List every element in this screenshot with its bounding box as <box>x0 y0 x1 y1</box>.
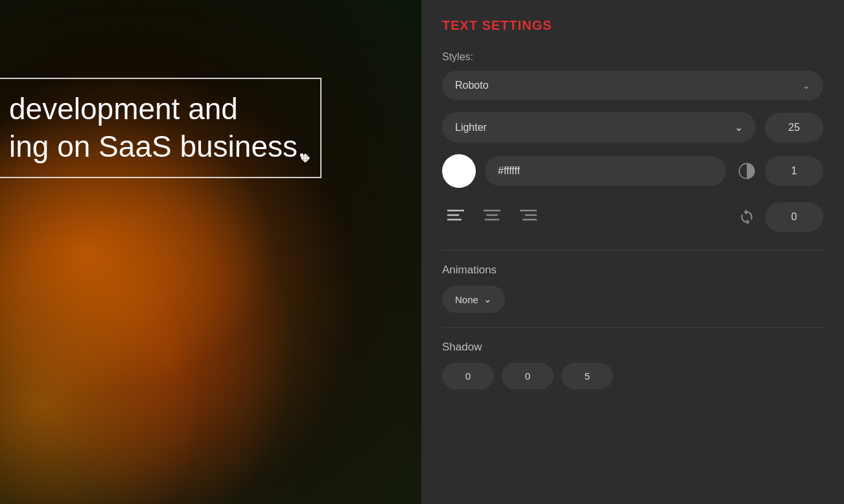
rotation-input[interactable]: 0 <box>765 202 823 232</box>
shadow-input-1[interactable]: 0 <box>442 363 494 389</box>
animation-value: None <box>455 294 478 305</box>
shadow-val3: 5 <box>585 371 590 382</box>
color-hex-input[interactable]: #ffffff <box>485 156 726 186</box>
align-center-button[interactable] <box>478 203 506 231</box>
animations-label: Animations <box>442 264 823 277</box>
color-row: #ffffff 1 <box>442 154 823 188</box>
align-left-button[interactable] <box>442 203 469 231</box>
shadow-input-2[interactable]: 0 <box>502 363 554 389</box>
shadow-row: 0 0 5 <box>442 363 823 389</box>
rotation-section: 0 <box>735 202 823 232</box>
canvas-text: development and ing on SaaS business. <box>9 91 306 165</box>
font-size-input[interactable]: 25 <box>765 113 823 143</box>
font-dropdown-chevron: ⌄ <box>803 80 810 91</box>
shadow-label: Shadow <box>442 341 823 354</box>
font-size-value: 25 <box>788 122 800 133</box>
weight-size-row: Lighter ⌄ 25 <box>442 112 823 143</box>
font-dropdown-value: Roboto <box>455 80 489 91</box>
color-hex-value: #ffffff <box>498 165 520 176</box>
shadow-val2: 0 <box>525 371 530 382</box>
animation-chevron: ⌄ <box>484 293 492 305</box>
styles-label: Styles: <box>442 51 823 63</box>
opacity-value: 1 <box>791 165 797 176</box>
align-buttons <box>442 203 725 231</box>
canvas-text-line1: development and <box>9 91 306 128</box>
color-swatch[interactable] <box>442 154 476 188</box>
opacity-input[interactable]: 1 <box>765 156 823 186</box>
font-dropdown[interactable]: Roboto ⌄ <box>442 71 823 100</box>
panel-title: TEXT SETTINGS <box>442 18 823 33</box>
divider-1 <box>442 250 823 251</box>
shadow-section: Shadow 0 0 5 <box>442 341 823 389</box>
align-rotation-row: 0 <box>442 202 823 232</box>
animations-section: Animations None ⌄ <box>442 264 823 313</box>
shadow-val1: 0 <box>465 371 471 382</box>
settings-panel: TEXT SETTINGS Styles: Roboto ⌄ Lighter ⌄… <box>421 0 844 504</box>
canvas-text-line2: ing on SaaS business. <box>9 128 306 166</box>
align-right-button[interactable] <box>515 203 542 231</box>
weight-dropdown-chevron: ⌄ <box>734 121 743 133</box>
rotation-value: 0 <box>791 211 797 222</box>
canvas-area: development and ing on SaaS business. <box>0 0 421 504</box>
canvas-background <box>0 0 421 504</box>
move-cursor-icon <box>298 151 312 169</box>
animation-dropdown[interactable]: None ⌄ <box>442 286 505 313</box>
font-weight-dropdown[interactable]: Lighter ⌄ <box>442 112 756 143</box>
divider-2 <box>442 327 823 328</box>
font-weight-value: Lighter <box>455 122 487 133</box>
shadow-input-3[interactable]: 5 <box>561 363 613 389</box>
opacity-section: 1 <box>735 156 823 186</box>
opacity-icon <box>735 159 758 183</box>
text-selection-box[interactable]: development and ing on SaaS business. <box>0 78 322 178</box>
rotate-icon <box>735 205 758 229</box>
